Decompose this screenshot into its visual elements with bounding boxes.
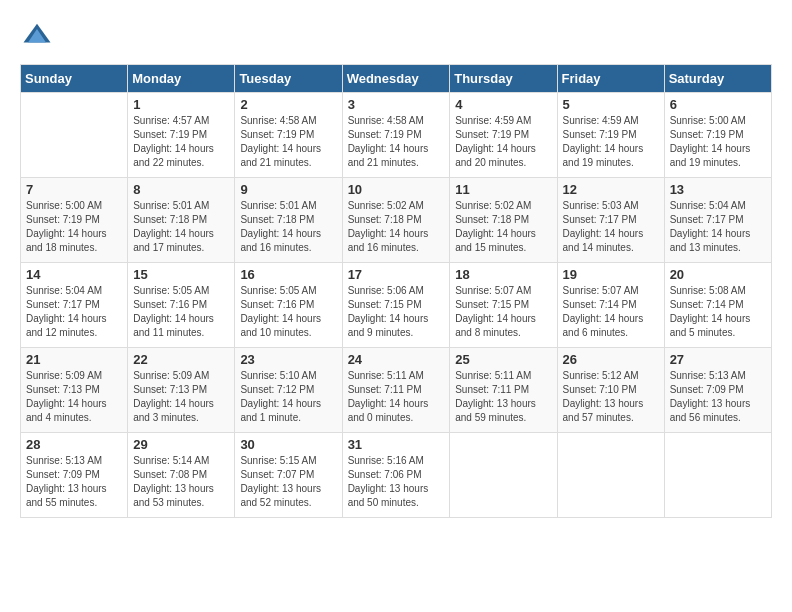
calendar-table: SundayMondayTuesdayWednesdayThursdayFrid… bbox=[20, 64, 772, 518]
calendar-week-5: 28Sunrise: 5:13 AMSunset: 7:09 PMDayligh… bbox=[21, 433, 772, 518]
day-number: 28 bbox=[26, 437, 122, 452]
calendar-cell: 24Sunrise: 5:11 AMSunset: 7:11 PMDayligh… bbox=[342, 348, 450, 433]
header bbox=[20, 20, 772, 54]
calendar-cell: 23Sunrise: 5:10 AMSunset: 7:12 PMDayligh… bbox=[235, 348, 342, 433]
day-number: 22 bbox=[133, 352, 229, 367]
day-number: 30 bbox=[240, 437, 336, 452]
header-day-friday: Friday bbox=[557, 65, 664, 93]
calendar-cell: 22Sunrise: 5:09 AMSunset: 7:13 PMDayligh… bbox=[128, 348, 235, 433]
day-info: Sunrise: 5:06 AMSunset: 7:15 PMDaylight:… bbox=[348, 284, 445, 340]
calendar-header: SundayMondayTuesdayWednesdayThursdayFrid… bbox=[21, 65, 772, 93]
calendar-cell: 15Sunrise: 5:05 AMSunset: 7:16 PMDayligh… bbox=[128, 263, 235, 348]
calendar-cell: 12Sunrise: 5:03 AMSunset: 7:17 PMDayligh… bbox=[557, 178, 664, 263]
day-number: 3 bbox=[348, 97, 445, 112]
day-number: 17 bbox=[348, 267, 445, 282]
day-number: 10 bbox=[348, 182, 445, 197]
day-number: 2 bbox=[240, 97, 336, 112]
day-info: Sunrise: 5:02 AMSunset: 7:18 PMDaylight:… bbox=[455, 199, 551, 255]
day-info: Sunrise: 5:05 AMSunset: 7:16 PMDaylight:… bbox=[133, 284, 229, 340]
calendar-cell: 26Sunrise: 5:12 AMSunset: 7:10 PMDayligh… bbox=[557, 348, 664, 433]
calendar-cell: 2Sunrise: 4:58 AMSunset: 7:19 PMDaylight… bbox=[235, 93, 342, 178]
day-number: 15 bbox=[133, 267, 229, 282]
calendar-cell: 11Sunrise: 5:02 AMSunset: 7:18 PMDayligh… bbox=[450, 178, 557, 263]
calendar-cell bbox=[450, 433, 557, 518]
day-info: Sunrise: 4:58 AMSunset: 7:19 PMDaylight:… bbox=[240, 114, 336, 170]
header-day-sunday: Sunday bbox=[21, 65, 128, 93]
day-number: 20 bbox=[670, 267, 766, 282]
calendar-cell: 4Sunrise: 4:59 AMSunset: 7:19 PMDaylight… bbox=[450, 93, 557, 178]
day-number: 4 bbox=[455, 97, 551, 112]
calendar-week-4: 21Sunrise: 5:09 AMSunset: 7:13 PMDayligh… bbox=[21, 348, 772, 433]
header-day-saturday: Saturday bbox=[664, 65, 771, 93]
calendar-cell: 7Sunrise: 5:00 AMSunset: 7:19 PMDaylight… bbox=[21, 178, 128, 263]
day-info: Sunrise: 5:04 AMSunset: 7:17 PMDaylight:… bbox=[670, 199, 766, 255]
calendar-cell: 25Sunrise: 5:11 AMSunset: 7:11 PMDayligh… bbox=[450, 348, 557, 433]
calendar-cell: 9Sunrise: 5:01 AMSunset: 7:18 PMDaylight… bbox=[235, 178, 342, 263]
day-info: Sunrise: 5:00 AMSunset: 7:19 PMDaylight:… bbox=[670, 114, 766, 170]
day-number: 18 bbox=[455, 267, 551, 282]
logo bbox=[20, 20, 52, 54]
day-info: Sunrise: 4:57 AMSunset: 7:19 PMDaylight:… bbox=[133, 114, 229, 170]
calendar-week-3: 14Sunrise: 5:04 AMSunset: 7:17 PMDayligh… bbox=[21, 263, 772, 348]
day-info: Sunrise: 4:58 AMSunset: 7:19 PMDaylight:… bbox=[348, 114, 445, 170]
day-info: Sunrise: 5:03 AMSunset: 7:17 PMDaylight:… bbox=[563, 199, 659, 255]
day-info: Sunrise: 5:11 AMSunset: 7:11 PMDaylight:… bbox=[348, 369, 445, 425]
day-info: Sunrise: 5:11 AMSunset: 7:11 PMDaylight:… bbox=[455, 369, 551, 425]
calendar-cell: 6Sunrise: 5:00 AMSunset: 7:19 PMDaylight… bbox=[664, 93, 771, 178]
calendar-cell: 30Sunrise: 5:15 AMSunset: 7:07 PMDayligh… bbox=[235, 433, 342, 518]
calendar-cell: 31Sunrise: 5:16 AMSunset: 7:06 PMDayligh… bbox=[342, 433, 450, 518]
day-info: Sunrise: 5:08 AMSunset: 7:14 PMDaylight:… bbox=[670, 284, 766, 340]
day-number: 6 bbox=[670, 97, 766, 112]
day-number: 29 bbox=[133, 437, 229, 452]
day-number: 27 bbox=[670, 352, 766, 367]
calendar-cell bbox=[21, 93, 128, 178]
day-info: Sunrise: 5:09 AMSunset: 7:13 PMDaylight:… bbox=[26, 369, 122, 425]
day-info: Sunrise: 5:10 AMSunset: 7:12 PMDaylight:… bbox=[240, 369, 336, 425]
header-day-wednesday: Wednesday bbox=[342, 65, 450, 93]
day-number: 25 bbox=[455, 352, 551, 367]
calendar-cell: 19Sunrise: 5:07 AMSunset: 7:14 PMDayligh… bbox=[557, 263, 664, 348]
calendar-cell bbox=[664, 433, 771, 518]
header-day-monday: Monday bbox=[128, 65, 235, 93]
calendar-cell: 13Sunrise: 5:04 AMSunset: 7:17 PMDayligh… bbox=[664, 178, 771, 263]
day-number: 9 bbox=[240, 182, 336, 197]
calendar-cell: 14Sunrise: 5:04 AMSunset: 7:17 PMDayligh… bbox=[21, 263, 128, 348]
calendar-cell: 28Sunrise: 5:13 AMSunset: 7:09 PMDayligh… bbox=[21, 433, 128, 518]
calendar-cell: 10Sunrise: 5:02 AMSunset: 7:18 PMDayligh… bbox=[342, 178, 450, 263]
day-info: Sunrise: 5:15 AMSunset: 7:07 PMDaylight:… bbox=[240, 454, 336, 510]
day-number: 23 bbox=[240, 352, 336, 367]
header-row: SundayMondayTuesdayWednesdayThursdayFrid… bbox=[21, 65, 772, 93]
day-number: 5 bbox=[563, 97, 659, 112]
calendar-week-1: 1Sunrise: 4:57 AMSunset: 7:19 PMDaylight… bbox=[21, 93, 772, 178]
day-number: 26 bbox=[563, 352, 659, 367]
calendar-cell: 5Sunrise: 4:59 AMSunset: 7:19 PMDaylight… bbox=[557, 93, 664, 178]
day-number: 21 bbox=[26, 352, 122, 367]
header-day-tuesday: Tuesday bbox=[235, 65, 342, 93]
day-info: Sunrise: 4:59 AMSunset: 7:19 PMDaylight:… bbox=[455, 114, 551, 170]
day-info: Sunrise: 5:04 AMSunset: 7:17 PMDaylight:… bbox=[26, 284, 122, 340]
calendar-cell: 21Sunrise: 5:09 AMSunset: 7:13 PMDayligh… bbox=[21, 348, 128, 433]
calendar-cell: 17Sunrise: 5:06 AMSunset: 7:15 PMDayligh… bbox=[342, 263, 450, 348]
day-number: 24 bbox=[348, 352, 445, 367]
day-number: 19 bbox=[563, 267, 659, 282]
calendar-cell: 20Sunrise: 5:08 AMSunset: 7:14 PMDayligh… bbox=[664, 263, 771, 348]
day-info: Sunrise: 5:02 AMSunset: 7:18 PMDaylight:… bbox=[348, 199, 445, 255]
day-number: 16 bbox=[240, 267, 336, 282]
day-info: Sunrise: 5:07 AMSunset: 7:15 PMDaylight:… bbox=[455, 284, 551, 340]
header-day-thursday: Thursday bbox=[450, 65, 557, 93]
calendar-cell: 1Sunrise: 4:57 AMSunset: 7:19 PMDaylight… bbox=[128, 93, 235, 178]
day-number: 31 bbox=[348, 437, 445, 452]
day-info: Sunrise: 5:09 AMSunset: 7:13 PMDaylight:… bbox=[133, 369, 229, 425]
day-info: Sunrise: 5:00 AMSunset: 7:19 PMDaylight:… bbox=[26, 199, 122, 255]
calendar-cell: 18Sunrise: 5:07 AMSunset: 7:15 PMDayligh… bbox=[450, 263, 557, 348]
day-info: Sunrise: 5:05 AMSunset: 7:16 PMDaylight:… bbox=[240, 284, 336, 340]
day-number: 12 bbox=[563, 182, 659, 197]
day-info: Sunrise: 5:14 AMSunset: 7:08 PMDaylight:… bbox=[133, 454, 229, 510]
day-number: 8 bbox=[133, 182, 229, 197]
calendar-week-2: 7Sunrise: 5:00 AMSunset: 7:19 PMDaylight… bbox=[21, 178, 772, 263]
day-number: 13 bbox=[670, 182, 766, 197]
calendar-cell: 3Sunrise: 4:58 AMSunset: 7:19 PMDaylight… bbox=[342, 93, 450, 178]
logo-icon bbox=[22, 20, 52, 50]
day-info: Sunrise: 5:01 AMSunset: 7:18 PMDaylight:… bbox=[240, 199, 336, 255]
day-info: Sunrise: 5:07 AMSunset: 7:14 PMDaylight:… bbox=[563, 284, 659, 340]
